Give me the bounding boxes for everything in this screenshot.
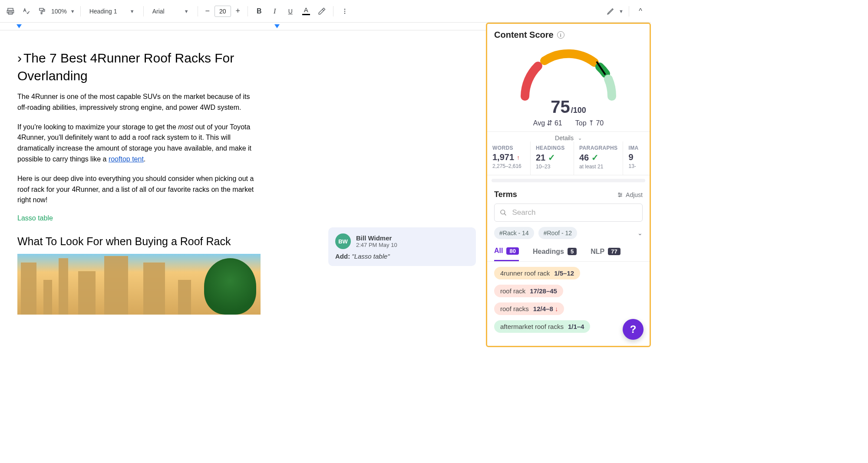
paragraph[interactable]: The 4Runner is one of the most capable S… (17, 92, 261, 113)
svg-point-13 (619, 196, 620, 197)
bold-button[interactable]: B (253, 5, 265, 17)
paragraph[interactable]: Here is our deep dive into everything yo… (17, 174, 261, 206)
font-label: Arial (152, 8, 165, 15)
text-span: . (144, 155, 145, 163)
comment-body: Add: "Lasso table" (335, 253, 469, 260)
comment-author: Bill Widmer (356, 234, 397, 242)
metric-headings: HEADINGS 21✓ 10–23 (531, 141, 574, 175)
scrollbar[interactable] (492, 179, 645, 182)
term-chip[interactable]: 4runner roof rack 1/5–12 (494, 267, 580, 279)
lasso-table-text[interactable]: Lasso table (17, 214, 261, 222)
document-image[interactable] (17, 254, 261, 315)
highlight-button[interactable] (316, 5, 328, 17)
indent-marker-right[interactable] (274, 24, 280, 28)
toolbar: 100% ▼ Heading 1 ▼ Arial ▼ − 20 + B I U … (0, 0, 651, 23)
check-icon: ✓ (548, 152, 555, 163)
panel-title: Content Score i (494, 30, 643, 40)
svg-point-11 (619, 193, 620, 194)
chevron-down-icon: ▼ (130, 9, 135, 14)
font-select[interactable]: Arial ▼ (149, 5, 192, 18)
zoom-select[interactable]: 100% ▼ (51, 8, 75, 15)
metric-paragraphs: PARAGRAPHS 46✓ at least 21 (574, 141, 623, 175)
decrease-font-button[interactable]: − (203, 7, 212, 16)
heading-text: The 7 Best 4Runner Roof Racks For Overla… (17, 51, 234, 83)
svg-point-5 (344, 10, 345, 12)
check-icon: ✓ (591, 152, 599, 163)
heading-1[interactable]: ›The 7 Best 4Runner Roof Racks For Overl… (17, 49, 261, 85)
tab-headings[interactable]: Headings5 (533, 248, 577, 261)
heading-2[interactable]: What To Look For when Buying a Roof Rack (17, 235, 261, 248)
metric-words: WORDS 1,971↑ 2,275–2,616 (487, 141, 531, 175)
help-button[interactable]: ? (623, 319, 644, 340)
divider (333, 6, 333, 16)
term-chip[interactable]: roof rack 17/28–45 (494, 285, 563, 297)
svg-point-6 (344, 13, 345, 14)
chevron-down-icon: ▼ (619, 9, 624, 14)
divider (80, 6, 81, 16)
arrow-up-icon: ↑ (517, 154, 520, 161)
chevron-down-icon[interactable]: ⌄ (637, 230, 643, 236)
search-field[interactable] (511, 208, 637, 217)
ruler[interactable] (0, 23, 486, 30)
hash-chip-roof[interactable]: #Roof - 12 (538, 227, 577, 239)
zoom-value: 100% (51, 8, 67, 15)
svg-point-14 (501, 210, 505, 214)
terms-title: Terms (494, 190, 517, 199)
editing-mode-button[interactable]: ▼ (607, 7, 624, 15)
svg-point-12 (620, 194, 621, 195)
font-size-group: − 20 + (203, 6, 242, 17)
svg-line-15 (504, 213, 506, 215)
divider (198, 6, 198, 16)
chevron-down-icon: ▼ (70, 9, 75, 14)
svg-rect-3 (40, 8, 43, 10)
spellcheck-icon[interactable] (20, 5, 32, 17)
collapse-toolbar-button[interactable]: ^ (634, 5, 647, 17)
text-color-bar (302, 14, 310, 15)
comment-card[interactable]: BW Bill Widmer 2:47 PM May 10 Add: "Lass… (328, 227, 476, 266)
score-gauge (508, 49, 629, 101)
details-toggle[interactable]: Details ⌄ (487, 132, 650, 141)
adjust-button[interactable]: Adjust (617, 191, 643, 198)
tab-nlp[interactable]: NLP77 (591, 248, 620, 261)
comment-text: "Lasso table" (352, 253, 389, 260)
rooftop-tent-link[interactable]: rooftop tent (109, 155, 144, 163)
document-page[interactable]: ›The 7 Best 4Runner Roof Racks For Overl… (0, 30, 278, 315)
term-chip[interactable]: aftermarket roof racks 1/1–4 (494, 320, 590, 333)
search-input[interactable] (494, 204, 643, 222)
text-italic: most (178, 123, 193, 131)
avatar: BW (335, 233, 351, 249)
svg-point-4 (344, 9, 345, 10)
hash-chip-rack[interactable]: #Rack - 14 (494, 227, 534, 239)
chevron-down-icon: ⌄ (578, 135, 582, 141)
content-score-panel: Content Score i 75/100 (486, 23, 651, 347)
text-span: If you're looking to maximize your stora… (17, 123, 178, 131)
document-area: ›The 7 Best 4Runner Roof Racks For Overl… (0, 23, 486, 347)
format-painter-icon[interactable] (36, 5, 48, 17)
italic-button[interactable]: I (269, 5, 281, 17)
chevron-down-icon: ▼ (184, 9, 189, 14)
font-size-input[interactable]: 20 (215, 6, 231, 17)
increase-font-button[interactable]: + (234, 7, 242, 16)
score-comparison: Avg ⇵ 61 Top ⤒ 70 (533, 119, 604, 127)
text-color-button[interactable]: A (300, 5, 312, 17)
divider (629, 6, 629, 16)
more-button[interactable] (339, 5, 351, 17)
comment-time: 2:47 PM May 10 (356, 242, 397, 248)
indent-marker-left[interactable] (17, 24, 22, 28)
divider (143, 6, 144, 16)
metrics-row: WORDS 1,971↑ 2,275–2,616 HEADINGS 21✓ 10… (487, 141, 650, 175)
tab-all[interactable]: All80 (494, 247, 519, 261)
term-chip[interactable]: roof racks 12/4–8 ↓ (494, 302, 564, 315)
heading-marker: › (17, 51, 22, 65)
divider (248, 6, 248, 16)
search-icon (500, 209, 507, 217)
comment-label: Add: (335, 253, 350, 260)
info-icon[interactable]: i (557, 31, 564, 39)
paragraph[interactable]: If you're looking to maximize your stora… (17, 122, 261, 165)
metric-images: IMA 9 13- (623, 141, 645, 175)
text-color-letter: A (304, 7, 308, 13)
term-tabs: All80 Headings5 NLP77 (487, 243, 650, 262)
underline-button[interactable]: U (284, 5, 297, 17)
print-icon[interactable] (4, 5, 17, 17)
paragraph-style-select[interactable]: Heading 1 ▼ (86, 5, 138, 18)
